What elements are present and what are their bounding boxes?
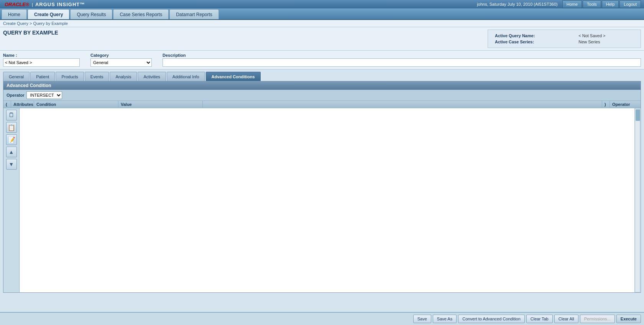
- argus-insight-label: ARGUS INSIGHT™: [35, 2, 85, 7]
- category-field-group: Category General Private Public: [90, 53, 159, 67]
- clear-tab-button[interactable]: Clear Tab: [526, 315, 553, 323]
- help-nav-button[interactable]: Help: [602, 0, 619, 8]
- move-up-button[interactable]: ▲: [6, 147, 17, 157]
- th-open-paren: (: [3, 101, 11, 108]
- category-label: Category: [90, 53, 159, 58]
- copy-row-button[interactable]: 📋: [6, 122, 17, 133]
- main-nav: Home Create Query Query Results Case Ser…: [0, 8, 644, 20]
- convert-button[interactable]: Convert to Advanced Condition: [458, 315, 525, 323]
- tab-query-results[interactable]: Query Results: [70, 9, 112, 19]
- tab-datamart-reports[interactable]: Datamart Reports: [169, 9, 219, 19]
- top-bar: ORACLE® | ARGUS INSIGHT™ johns, Saturday…: [0, 0, 644, 8]
- active-query-name-value: < Not Saved >: [571, 33, 635, 38]
- tab-events[interactable]: Events: [85, 72, 109, 81]
- tab-analysis[interactable]: Analysis: [110, 72, 137, 81]
- edit-row-icon: 📝: [8, 136, 15, 144]
- th-attributes: Attributes: [11, 101, 34, 108]
- name-label: Name :: [3, 53, 87, 58]
- user-info: johns, Saturday July 10, 2010 (AI51ST360…: [477, 2, 557, 7]
- form-row: Name : Category General Private Public D…: [3, 53, 641, 67]
- th-condition: Condition: [34, 101, 118, 108]
- breadcrumb-current: Query by Example: [33, 21, 68, 26]
- oracle-logo: ORACLE® |: [3, 2, 33, 7]
- category-select[interactable]: General Private Public: [90, 58, 152, 67]
- tab-additional-info[interactable]: Additional Info: [167, 72, 205, 81]
- top-bar-right: johns, Saturday July 10, 2010 (AI51ST360…: [477, 0, 641, 8]
- add-row-icon: 🗒: [8, 112, 15, 119]
- edit-row-button[interactable]: 📝: [6, 134, 17, 145]
- page-title: QUERY BY EXAMPLE: [3, 30, 58, 36]
- home-nav-button[interactable]: Home: [562, 0, 582, 8]
- logout-nav-button[interactable]: Logout: [619, 0, 641, 8]
- table-body: [20, 108, 634, 292]
- query-info-box: Active Query Name: < Not Saved > Active …: [488, 30, 641, 48]
- description-input[interactable]: [163, 58, 641, 67]
- th-operator: Operator: [610, 101, 641, 108]
- th-value: Value: [118, 101, 203, 108]
- form-area: Name : Category General Private Public D…: [0, 51, 644, 69]
- copy-row-icon: 📋: [8, 124, 15, 131]
- table-header: ( Attributes Condition Value ) Operator: [3, 101, 641, 108]
- breadcrumb-separator: >: [30, 21, 33, 26]
- scrollbar-area[interactable]: [634, 108, 641, 292]
- breadcrumb: Create Query > Query by Example: [0, 20, 644, 27]
- operator-row: Operator INTERSECT UNION MINUS: [3, 90, 641, 101]
- move-up-icon: ▲: [9, 149, 14, 155]
- description-field-group: Description: [163, 53, 641, 67]
- th-close-paren: ): [602, 101, 610, 108]
- bottom-bar: Save Save As Convert to Advanced Conditi…: [0, 312, 644, 325]
- tab-create-query[interactable]: Create Query: [28, 9, 69, 19]
- content-body: 🗒 📋 📝 ▲ ▼: [3, 108, 641, 292]
- scrollbar-track[interactable]: [635, 108, 640, 292]
- page-header: QUERY BY EXAMPLE Active Query Name: < No…: [0, 27, 644, 51]
- tab-products[interactable]: Products: [56, 72, 84, 81]
- tab-general[interactable]: General: [3, 72, 30, 81]
- operator-select[interactable]: INTERSECT UNION MINUS: [26, 91, 62, 99]
- save-as-button[interactable]: Save As: [433, 315, 457, 323]
- save-button[interactable]: Save: [413, 315, 431, 323]
- advanced-condition-header: Advanced Condition: [3, 81, 641, 90]
- main-panel: Advanced Condition Operator INTERSECT UN…: [3, 81, 641, 293]
- name-input[interactable]: [3, 58, 80, 67]
- content-tab-bar: General Patient Products Events Analysis…: [3, 72, 641, 81]
- active-case-series-label: Active Case Series:: [493, 39, 570, 45]
- execute-button[interactable]: Execute: [616, 315, 641, 323]
- th-spacer: [203, 101, 602, 108]
- content-area: General Patient Products Events Analysis…: [0, 69, 644, 293]
- scrollbar-thumb[interactable]: [636, 109, 640, 121]
- tab-home[interactable]: Home: [2, 9, 27, 19]
- add-row-button[interactable]: 🗒: [6, 110, 17, 120]
- tools-nav-button[interactable]: Tools: [583, 0, 601, 8]
- active-case-series-value: New Series: [571, 39, 635, 45]
- breadcrumb-create-query[interactable]: Create Query: [3, 21, 28, 26]
- move-down-icon: ▼: [9, 161, 14, 167]
- tab-patient[interactable]: Patient: [30, 72, 55, 81]
- tab-activities[interactable]: Activities: [138, 72, 166, 81]
- operator-label: Operator: [7, 93, 24, 97]
- active-query-name-label: Active Query Name:: [493, 33, 570, 38]
- clear-all-button[interactable]: Clear All: [554, 315, 578, 323]
- tab-advanced-conditions[interactable]: Advanced Conditions: [206, 72, 261, 81]
- top-bar-left: ORACLE® | ARGUS INSIGHT™: [3, 2, 85, 7]
- permissions-button[interactable]: Permissions...: [580, 315, 615, 323]
- move-down-button[interactable]: ▼: [6, 159, 17, 170]
- left-toolbar: 🗒 📋 📝 ▲ ▼: [3, 108, 20, 292]
- name-field-group: Name :: [3, 53, 87, 67]
- description-label: Description: [163, 53, 641, 58]
- tab-case-series-reports[interactable]: Case Series Reports: [113, 9, 169, 19]
